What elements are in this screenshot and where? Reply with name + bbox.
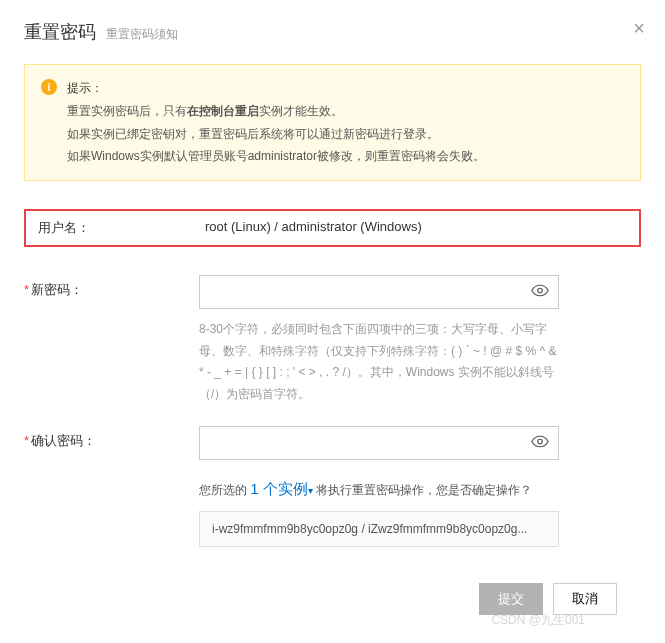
- watermark: CSDN @九生001: [491, 612, 585, 629]
- close-button[interactable]: ×: [633, 18, 645, 38]
- instance-id: i-wz9fmmfmm9b8yc0opz0g / iZwz9fmmfmm9b8y…: [199, 511, 559, 547]
- alert-box: i 提示： 重置实例密码后，只有在控制台重启实例才能生效。 如果实例已绑定密钥对…: [24, 64, 641, 181]
- alert-line2: 如果实例已绑定密钥对，重置密码后系统将可以通过新密码进行登录。: [67, 123, 485, 146]
- cancel-button[interactable]: 取消: [553, 583, 617, 615]
- dialog-title: 重置密码: [24, 20, 96, 44]
- confirm-label: 确认密码：: [24, 426, 199, 450]
- svg-point-0: [538, 288, 543, 293]
- username-value: root (Linux) / administrator (Windows): [205, 219, 635, 234]
- alert-line1: 重置实例密码后，只有在控制台重启实例才能生效。: [67, 100, 485, 123]
- username-label: 用户名：: [30, 219, 205, 237]
- confirm-input[interactable]: [199, 426, 559, 460]
- alert-title: 提示：: [67, 77, 485, 100]
- newpass-input[interactable]: [199, 275, 559, 309]
- confirm-text: 您所选的 1 个实例▾ 将执行重置密码操作，您是否确定操作？: [199, 480, 641, 499]
- alert-line3: 如果Windows实例默认管理员账号administrator被修改，则重置密码…: [67, 145, 485, 168]
- newpass-hint: 8-30个字符，必须同时包含下面四项中的三项：大写字母、小写字母、数字、和特殊字…: [199, 319, 559, 405]
- eye-icon[interactable]: [531, 282, 549, 303]
- username-row: 用户名： root (Linux) / administrator (Windo…: [24, 209, 641, 247]
- info-icon: i: [41, 79, 57, 95]
- svg-point-1: [538, 439, 543, 444]
- instance-count-link[interactable]: 1 个实例: [250, 480, 308, 497]
- submit-button[interactable]: 提交: [479, 583, 543, 615]
- eye-icon[interactable]: [531, 432, 549, 453]
- newpass-label: 新密码：: [24, 275, 199, 299]
- dialog-subtitle[interactable]: 重置密码须知: [106, 26, 178, 43]
